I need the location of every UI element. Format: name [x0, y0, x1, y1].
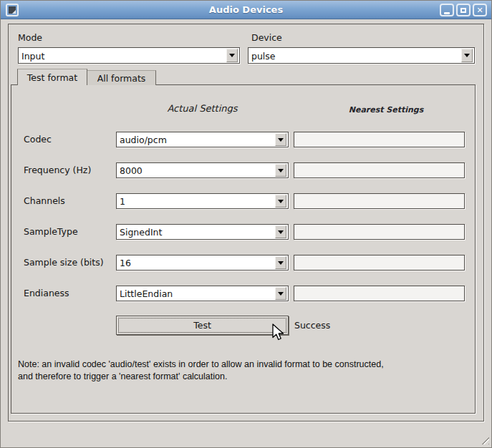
audio-devices-window: Audio Devices ✕ Mode Input Device pulse … [0, 0, 492, 448]
tab-pane [11, 84, 476, 414]
tab-all-formats[interactable]: All formats [87, 70, 156, 85]
mode-combobox[interactable]: Input [18, 47, 240, 64]
mouse-cursor-icon [271, 323, 287, 342]
window-controls: ✕ [440, 4, 487, 16]
chevron-down-icon [229, 54, 235, 57]
mode-label: Mode [18, 32, 42, 43]
mode-dropdown-button[interactable] [226, 49, 238, 62]
minimize-button[interactable] [440, 4, 454, 16]
maximize-icon [460, 8, 466, 13]
mode-value: Input [21, 50, 44, 61]
close-icon: ✕ [476, 6, 483, 14]
resize-grip-icon[interactable] [478, 434, 489, 444]
window-title: Audio Devices [1, 4, 491, 15]
chevron-down-icon [464, 54, 470, 57]
minimize-icon [444, 12, 450, 14]
device-combobox[interactable]: pulse [248, 47, 475, 64]
tab-test-format[interactable]: Test format [17, 69, 87, 85]
device-dropdown-button[interactable] [461, 49, 473, 62]
titlebar[interactable]: Audio Devices ✕ [1, 1, 491, 19]
close-button[interactable]: ✕ [473, 4, 487, 16]
maximize-button[interactable] [456, 4, 471, 16]
device-label: Device [251, 32, 282, 43]
device-value: pulse [251, 50, 276, 61]
